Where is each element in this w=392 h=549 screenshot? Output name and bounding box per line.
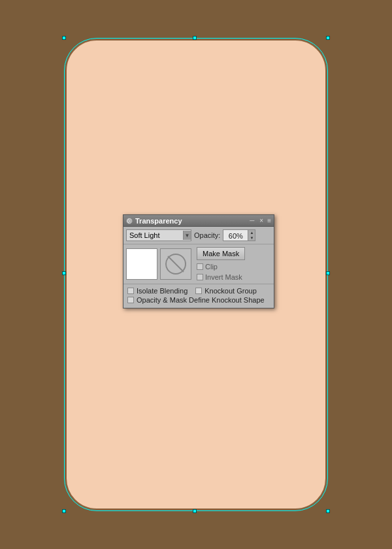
canvas: ◇ Transparency ─ × ≡ Soft Light ▼ Opacit… — [0, 0, 392, 549]
panel-menu-button[interactable]: ≡ — [267, 217, 271, 224]
opacity-label: Opacity: — [194, 231, 220, 239]
opacity-mask-checkbox[interactable] — [127, 297, 134, 303]
handle-bottom-center[interactable] — [193, 509, 197, 513]
blend-opacity-row: Soft Light ▼ Opacity: 60% ▲ ▼ — [123, 227, 274, 244]
make-mask-column: Make Mask Clip Invert Mask — [197, 247, 245, 281]
panel-title: Transparency — [135, 217, 182, 225]
transparency-icon: ◇ — [126, 218, 133, 224]
blend-mode-dropdown[interactable]: Soft Light ▼ — [126, 229, 191, 241]
panel-title-left: ◇ Transparency — [126, 217, 182, 225]
isolate-blending-row: Isolate Blending Knockout Group — [127, 287, 270, 295]
handle-bottom-left[interactable] — [62, 509, 66, 513]
thumbnail-row: Make Mask Clip Invert Mask — [123, 244, 274, 284]
no-mask-icon — [164, 252, 188, 276]
knockout-group-label: Knockout Group — [204, 287, 257, 295]
layer-thumbnail[interactable] — [126, 248, 157, 280]
opacity-up-button[interactable]: ▲ — [248, 230, 255, 235]
opacity-down-button[interactable]: ▼ — [248, 235, 255, 241]
handle-top-left[interactable] — [62, 36, 66, 40]
panel-titlebar: ◇ Transparency ─ × ≡ — [123, 215, 274, 227]
handle-middle-left[interactable] — [62, 271, 66, 275]
blend-mode-value: Soft Light — [129, 231, 159, 239]
handle-top-center[interactable] — [193, 36, 197, 40]
svg-line-1 — [168, 256, 184, 272]
invert-mask-checkbox-row: Invert Mask — [197, 273, 245, 281]
knockout-group-checkbox[interactable] — [195, 288, 202, 294]
isolate-blending-checkbox[interactable] — [127, 288, 134, 294]
opacity-stepper[interactable]: ▲ ▼ — [248, 229, 255, 241]
transparency-panel: ◇ Transparency ─ × ≡ Soft Light ▼ Opacit… — [123, 214, 274, 308]
opacity-mask-row: Opacity & Mask Define Knockout Shape — [127, 296, 270, 304]
isolate-blending-label: Isolate Blending — [137, 287, 188, 295]
invert-mask-label: Invert Mask — [205, 273, 242, 281]
make-mask-button[interactable]: Make Mask — [197, 247, 245, 260]
invert-mask-checkbox[interactable] — [197, 274, 203, 280]
panel-minimize-button[interactable]: ─ — [248, 218, 255, 224]
panel-close-button[interactable]: × — [258, 218, 265, 224]
opacity-value[interactable]: 60% — [223, 229, 248, 241]
bottom-checkboxes: Isolate Blending Knockout Group Opacity … — [123, 284, 274, 308]
mask-thumbnail[interactable] — [160, 248, 191, 280]
clip-label: Clip — [205, 263, 218, 271]
clip-checkbox-row: Clip — [197, 263, 245, 271]
opacity-field: 60% ▲ ▼ — [223, 229, 255, 241]
clip-checkbox[interactable] — [197, 263, 203, 270]
panel-title-controls: ─ × ≡ — [248, 217, 271, 224]
handle-top-right[interactable] — [326, 36, 330, 40]
handle-middle-right[interactable] — [326, 271, 330, 275]
handle-bottom-right[interactable] — [326, 509, 330, 513]
blend-mode-arrow: ▼ — [183, 231, 191, 240]
opacity-mask-label: Opacity & Mask Define Knockout Shape — [137, 296, 265, 304]
